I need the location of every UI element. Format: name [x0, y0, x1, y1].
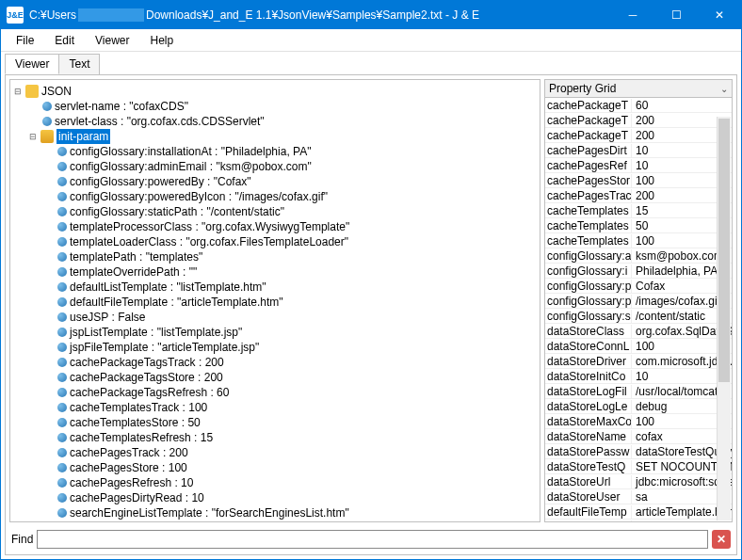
property-row[interactable]: cachePackageT200 — [545, 113, 732, 128]
property-row[interactable]: configGlossary:s/content/static — [545, 309, 732, 324]
property-row[interactable]: dataStoreConnL100 — [545, 339, 732, 354]
tree-item-1[interactable]: configGlossary:adminEmail : "ksm@pobox.c… — [12, 159, 538, 174]
tree-item-24[interactable]: searchEngineListTemplate : "forSearchEng… — [12, 505, 538, 520]
tree-item-14[interactable]: cachePackageTagsTrack : 200 — [12, 355, 538, 370]
menu-file[interactable]: File — [7, 32, 43, 49]
tree-item-4[interactable]: configGlossary:staticPath : "/content/st… — [12, 204, 538, 219]
property-row[interactable]: cachePackageT60 — [545, 98, 732, 113]
val-icon — [57, 373, 67, 382]
property-key: cacheTemplates — [545, 219, 632, 232]
tree-item-9[interactable]: defaultListTemplate : "listTemplate.htm" — [12, 280, 538, 295]
property-row[interactable]: dataStoreTestQSET NOCOUNT ON — [545, 459, 732, 474]
expander-icon[interactable]: ⊟ — [12, 86, 24, 97]
tree-servlet-class[interactable]: servlet-class : "org.cofax.cds.CDSServle… — [12, 114, 538, 129]
menu-viewer[interactable]: Viewer — [86, 32, 138, 49]
property-row[interactable]: dataStoreInitCo10 — [545, 369, 732, 384]
close-button[interactable]: ✕ — [698, 1, 741, 29]
val-icon — [57, 207, 67, 216]
property-row[interactable]: defaultListTemplistTemplate.htm — [545, 520, 732, 522]
tree-item-20[interactable]: cachePagesTrack : 200 — [12, 445, 538, 460]
property-row[interactable]: dataStoreLogFil/usr/local/tomcat — [545, 384, 732, 399]
minimize-button[interactable]: ─ — [611, 1, 654, 29]
property-row[interactable]: dataStorePasswdataStoreTestQuery — [545, 444, 732, 459]
tree-item-22[interactable]: cachePagesRefresh : 10 — [12, 475, 538, 490]
tree-item-6[interactable]: templateLoaderClass : "org.cofax.FilesTe… — [12, 234, 538, 249]
tree-item-12[interactable]: jspListTemplate : "listTemplate.jsp" — [12, 325, 538, 340]
maximize-button[interactable]: ☐ — [654, 1, 698, 29]
tab-text[interactable]: Text — [58, 54, 100, 74]
property-row[interactable]: dataStoreNamecofax — [545, 429, 732, 444]
tree-root[interactable]: ⊟JSON — [12, 84, 538, 99]
tree-item-15[interactable]: cachePackageTagsStore : 200 — [12, 370, 538, 385]
property-row[interactable]: cacheTemplates100 — [545, 233, 732, 248]
tree-servlet-name[interactable]: servlet-name : "cofaxCDS" — [12, 99, 538, 114]
expander-icon[interactable]: ⊟ — [27, 131, 39, 142]
property-row[interactable]: configGlossary:aksm@pobox.com — [545, 248, 732, 264]
expander-icon — [42, 357, 54, 368]
node-label: useJSP : False — [70, 310, 145, 325]
find-input[interactable] — [37, 530, 708, 549]
clear-find-button[interactable]: ✕ — [712, 530, 731, 549]
tree-item-7[interactable]: templatePath : "templates" — [12, 249, 538, 264]
val-icon — [57, 463, 67, 472]
tree-item-5[interactable]: templateProcessorClass : "org.cofax.Wysi… — [12, 219, 538, 234]
property-key: dataStoreName — [545, 430, 632, 443]
property-row[interactable]: configGlossary:pCofax — [545, 279, 732, 294]
property-row[interactable]: defaultFileTemparticleTemplate.htm — [545, 504, 732, 520]
property-row[interactable]: configGlossary:p/images/cofax.gif — [545, 294, 732, 309]
tree-item-18[interactable]: cacheTemplatesStore : 50 — [12, 415, 538, 430]
tree-item-3[interactable]: configGlossary:poweredByIcon : "/images/… — [12, 189, 538, 204]
node-label: searchEngineListTemplate : "forSearchEng… — [70, 505, 349, 520]
property-row[interactable]: cachePagesRef10 — [545, 158, 732, 173]
tree-item-21[interactable]: cachePagesStore : 100 — [12, 460, 538, 475]
property-row[interactable]: cachePagesStor100 — [545, 173, 732, 188]
tree-init-param[interactable]: ⊟init-param — [12, 129, 538, 144]
property-row[interactable]: dataStoreUrljdbc:microsoft:sqlse — [545, 474, 732, 489]
expander-icon — [42, 176, 54, 187]
property-grid-body[interactable]: cachePackageT60cachePackageT200cachePack… — [544, 98, 733, 522]
property-row[interactable]: cachePackageT200 — [545, 128, 732, 143]
property-key: cachePagesRef — [545, 159, 632, 172]
tree-item-17[interactable]: cacheTemplatesTrack : 100 — [12, 400, 538, 415]
property-key: dataStoreDriver — [545, 355, 632, 368]
property-row[interactable]: cachePagesTrac200 — [545, 188, 732, 203]
property-row[interactable]: dataStoreClassorg.cofax.SqlDataSt — [545, 324, 732, 339]
tree-pane[interactable]: ⊟JSONservlet-name : "cofaxCDS"servlet-cl… — [9, 79, 540, 522]
expander-icon — [42, 312, 54, 323]
chevron-down-icon[interactable]: ⌄ — [720, 84, 728, 94]
expander-icon — [42, 191, 54, 202]
tree-item-8[interactable]: templateOverridePath : "" — [12, 264, 538, 280]
property-grid-header[interactable]: Property Grid ⌄ — [544, 79, 733, 98]
expander-icon — [42, 236, 54, 248]
tree-item-13[interactable]: jspFileTemplate : "articleTemplate.jsp" — [12, 340, 538, 355]
val-icon — [57, 358, 67, 367]
property-row[interactable]: dataStoreDrivercom.microsoft.jdbc. — [545, 354, 732, 369]
property-row[interactable]: cacheTemplates15 — [545, 203, 732, 218]
tree-item-2[interactable]: configGlossary:poweredBy : "Cofax" — [12, 174, 538, 189]
scrollbar-thumb[interactable] — [718, 119, 730, 382]
tree-item-19[interactable]: cacheTemplatesRefresh : 15 — [12, 430, 538, 445]
node-label: cachePackageTagsRefresh : 60 — [70, 385, 229, 400]
tree-item-0[interactable]: configGlossary:installationAt : "Philade… — [12, 144, 538, 159]
expander-icon — [27, 101, 39, 112]
property-row[interactable]: cachePagesDirt10 — [545, 143, 732, 158]
property-row[interactable]: dataStoreLogLedebug — [545, 399, 732, 414]
property-row[interactable]: dataStoreMaxCo100 — [545, 414, 732, 429]
val-icon — [57, 448, 67, 457]
tree-item-11[interactable]: useJSP : False — [12, 310, 538, 325]
property-grid-scrollbar[interactable] — [717, 117, 731, 520]
tree-item-10[interactable]: defaultFileTemplate : "articleTemplate.h… — [12, 295, 538, 310]
tree-item-16[interactable]: cachePackageTagsRefresh : 60 — [12, 385, 538, 400]
node-label: JSON — [41, 84, 72, 99]
property-key: dataStoreMaxCo — [545, 415, 632, 428]
node-label: cacheTemplatesTrack : 100 — [70, 400, 207, 415]
property-row[interactable]: cacheTemplates50 — [545, 218, 732, 233]
property-key: cachePagesTrac — [545, 189, 632, 202]
tab-viewer[interactable]: Viewer — [5, 54, 59, 74]
menu-help[interactable]: Help — [141, 32, 184, 49]
menu-edit[interactable]: Edit — [45, 32, 84, 49]
tree-item-23[interactable]: cachePagesDirtyRead : 10 — [12, 490, 538, 505]
property-row[interactable]: dataStoreUsersa — [545, 489, 732, 504]
property-row[interactable]: configGlossary:iPhiladelphia, PA — [545, 264, 732, 279]
expander-icon — [42, 266, 54, 278]
